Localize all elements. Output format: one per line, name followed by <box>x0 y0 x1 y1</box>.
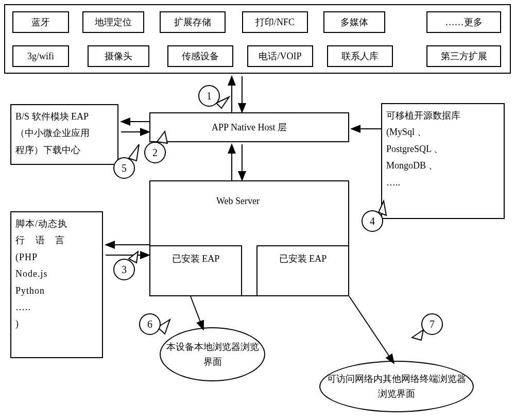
cap-geo: 地理定位 <box>82 11 144 33</box>
cap-storage: 扩展存储 <box>160 11 226 33</box>
cap-contacts: 联系人库 <box>327 45 393 67</box>
cap-sensor: 传感设备 <box>167 45 233 67</box>
callout-7: 7 <box>421 313 443 335</box>
callout-2: 2 <box>144 142 166 163</box>
database-text: 可移植开源数据库 (MySql 、 PostgreSQL 、 MongoDB 、… <box>386 107 505 191</box>
network-browser-ellipse: 可访问网络内其他网络终端浏览器浏览界面 <box>319 361 474 412</box>
bs-software-eap-text: B/S 软件模块 EAP （中小微企业应用 程序）下载中心 <box>15 108 118 158</box>
callout-5: 5 <box>113 157 135 179</box>
svg-line-11 <box>349 296 394 363</box>
callout-3: 3 <box>113 259 135 280</box>
callout-4: 4 <box>362 210 383 232</box>
cap-camera: 摄像头 <box>88 45 149 67</box>
installed-eap-left: 已安装 EAP <box>149 245 242 296</box>
installed-eap-right: 已安装 EAP <box>256 245 349 296</box>
cap-3rdparty: 第三方扩展 <box>426 45 501 67</box>
cap-bluetooth: 蓝牙 <box>12 11 69 33</box>
svg-line-10 <box>191 296 203 330</box>
web-server-label: Web Server <box>216 196 260 207</box>
callout-6: 6 <box>139 313 161 335</box>
local-browser-ellipse: 本设备本地浏览器浏览界面 <box>160 327 265 381</box>
app-native-host: APP Native Host 层 <box>149 112 349 142</box>
callout-1: 1 <box>198 85 220 107</box>
cap-more: ……更多 <box>426 11 501 33</box>
script-lang-text: 脚本/动态执 行 语 言 (PHP Node.js Python ….. ) <box>15 215 103 332</box>
cap-phone-voip: 电话/VOIP <box>247 45 313 67</box>
cap-3g-wifi: 3g/wifi <box>12 45 69 67</box>
cap-print-nfc: 打印/NFC <box>242 11 308 33</box>
diagram-canvas: 蓝牙 地理定位 扩展存储 打印/NFC 多媒体 ……更多 3g/wifi 摄像头… <box>0 0 515 420</box>
cap-media: 多媒体 <box>323 11 385 33</box>
